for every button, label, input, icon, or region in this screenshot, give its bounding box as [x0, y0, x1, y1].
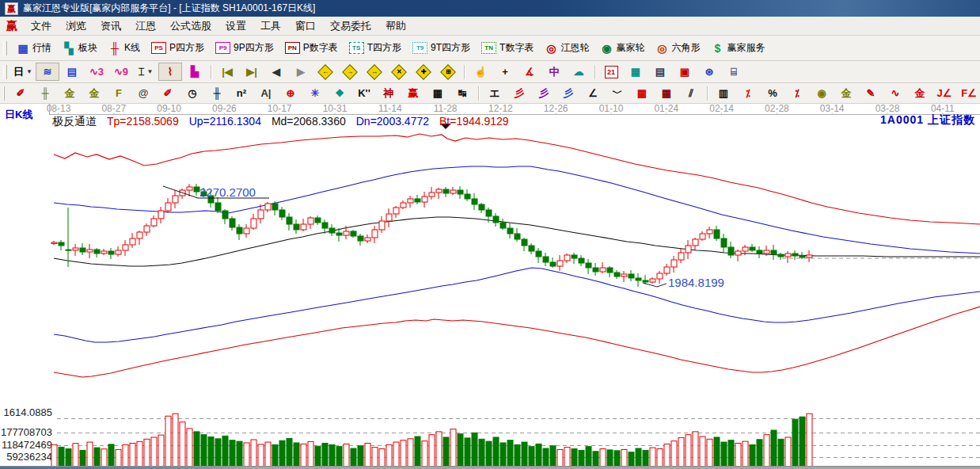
- tool-quotes-button[interactable]: ▦行情: [12, 39, 56, 57]
- toolbar-grip-2[interactable]: [3, 65, 7, 79]
- gold-price-1-button[interactable]: 金: [58, 84, 82, 102]
- toolbar-grip[interactable]: [3, 41, 7, 55]
- menu-item-0[interactable]: 文件: [24, 17, 59, 35]
- candle-style-button[interactable]: ⌶▼: [134, 63, 158, 81]
- indicator-name[interactable]: 极反通道: [52, 115, 97, 129]
- save-button[interactable]: ▣: [673, 63, 697, 81]
- win-grid-button[interactable]: 赢: [401, 84, 425, 102]
- menu-item-1[interactable]: 浏览: [59, 17, 93, 35]
- title-bar[interactable]: 赢 赢家江恩专业版[赢家内部服务平台] - [上证指数 SH1A0001-167…: [0, 0, 980, 17]
- compass-red-button[interactable]: ✐: [156, 84, 180, 102]
- wave-3-button[interactable]: ∿3: [85, 63, 108, 81]
- first-page-button[interactable]: |◀: [215, 63, 239, 81]
- f-angle-button[interactable]: F∠: [957, 84, 980, 102]
- expand-button[interactable]: ✚: [412, 63, 435, 81]
- tool-winner-wheel-button[interactable]: ◉赢家轮: [595, 39, 649, 57]
- fit-all-button[interactable]: ⊞: [436, 63, 460, 81]
- percent-line-button[interactable]: ⁒: [736, 84, 760, 102]
- gold-levels-button[interactable]: 金: [834, 84, 858, 102]
- tool-kline-button[interactable]: ╫K线: [104, 39, 145, 57]
- pen-tool-button[interactable]: ✎: [859, 84, 883, 102]
- menu-item-4[interactable]: 公式选股: [163, 17, 218, 35]
- shen-grid-button[interactable]: 神: [377, 84, 401, 102]
- toolbar-grip-3[interactable]: [3, 86, 5, 101]
- menu-item-7[interactable]: 窗口: [288, 17, 323, 35]
- j-angle-button[interactable]: J∠: [933, 84, 956, 102]
- zigzag-v-button[interactable]: ﹀: [606, 84, 629, 102]
- crosshair-tool-button[interactable]: +: [493, 63, 517, 81]
- candle-body: [422, 196, 427, 202]
- period-day-button[interactable]: 日▼: [11, 63, 35, 81]
- wave-tool-button[interactable]: ∿: [883, 84, 907, 102]
- wave-tool-icon: ∿: [891, 87, 900, 99]
- k-marks-button[interactable]: K'': [352, 84, 376, 102]
- zigzag-stamp-button[interactable]: ⌇: [158, 63, 182, 81]
- menu-item-5[interactable]: 设置: [218, 17, 253, 35]
- tool-winner-service-button[interactable]: $赢家服务: [706, 39, 769, 57]
- menu-item-2[interactable]: 资讯: [93, 17, 128, 35]
- spiral-button[interactable]: @: [131, 84, 155, 102]
- next-bar-button[interactable]: ▶: [289, 63, 313, 81]
- wave-9-button[interactable]: ∿9: [109, 63, 133, 81]
- compress-button[interactable]: ✕: [387, 63, 411, 81]
- notes-button[interactable]: ▤: [648, 63, 672, 81]
- tool-9p-square-button[interactable]: P99P四方形: [211, 39, 279, 57]
- parallel-lines-button[interactable]: ⫽: [679, 84, 703, 102]
- gann-grid-button[interactable]: 彡: [556, 84, 580, 102]
- chart-canvas[interactable]: 08-1308-2709-1009-2610-1710-3111-1411-28…: [0, 104, 980, 469]
- gold-price-2-button[interactable]: 金: [82, 84, 106, 102]
- hand-tool-button[interactable]: ☝: [469, 63, 492, 81]
- span-arrows-button[interactable]: ↹: [450, 84, 474, 102]
- percent-button[interactable]: %: [761, 84, 784, 102]
- cloud-tool-button[interactable]: ☁: [567, 63, 591, 81]
- menu-item-6[interactable]: 工具: [253, 17, 288, 35]
- price-ruler-button[interactable]: ▥: [712, 84, 735, 102]
- tool-t-square-button[interactable]: TST四方形: [344, 39, 406, 57]
- pan-right-button[interactable]: →: [338, 63, 362, 81]
- compass-tool-button[interactable]: ✐: [9, 84, 32, 102]
- gann-box-button[interactable]: 彡: [532, 84, 556, 102]
- percent-levels-button[interactable]: ⁒: [785, 84, 809, 102]
- tool-9t-square-button[interactable]: T99T四方形: [408, 39, 475, 57]
- pan-left-button[interactable]: ←: [313, 63, 337, 81]
- angle-line-button[interactable]: ∠: [581, 84, 605, 102]
- golden-section-button[interactable]: ╫: [33, 84, 57, 102]
- tool-p-number-table-button[interactable]: PNP数字表: [280, 39, 343, 57]
- save-web-button[interactable]: ⊛: [697, 63, 721, 81]
- gold-red-button[interactable]: 金: [908, 84, 932, 102]
- calculator-button[interactable]: ▦: [624, 63, 648, 81]
- circle-cross-button[interactable]: ⊕: [279, 84, 302, 102]
- workstation-button[interactable]: ⌸: [722, 63, 746, 81]
- tool-sectors-button[interactable]: ▚板块: [58, 39, 102, 57]
- menu-item-8[interactable]: 交易委托: [323, 17, 378, 35]
- red-grid-1-button[interactable]: ▦: [630, 84, 654, 102]
- menu-item-3[interactable]: 江恩: [128, 17, 163, 35]
- info-panel-button[interactable]: ▤: [60, 63, 84, 81]
- volume-bar: [664, 444, 670, 467]
- tool-p-square-button[interactable]: PSP四方形: [146, 39, 209, 57]
- fib-f-button[interactable]: F: [107, 84, 131, 102]
- tool-t-number-table-button[interactable]: TNT数字表: [477, 39, 538, 57]
- menu-item-9[interactable]: 帮助: [378, 17, 413, 35]
- wave-view-button[interactable]: ≋: [36, 63, 59, 81]
- angle-measure-button[interactable]: ∡: [518, 63, 541, 81]
- tool-hexagon-button[interactable]: ◎六角形: [651, 39, 705, 57]
- n-square-button[interactable]: n²: [230, 84, 253, 102]
- a-line-button[interactable]: A|: [254, 84, 278, 102]
- gann-mark-button[interactable]: 中: [542, 63, 566, 81]
- prev-bar-button[interactable]: ◀: [264, 63, 288, 81]
- red-grid-2-button[interactable]: ▦: [655, 84, 678, 102]
- last-page-button[interactable]: ▶|: [240, 63, 264, 81]
- tool-gann-wheel-button[interactable]: ◎江恩轮: [540, 39, 594, 57]
- gong-tool-button[interactable]: エ: [483, 84, 507, 102]
- time-ruler-button[interactable]: ╫: [205, 84, 229, 102]
- time-cycle-button[interactable]: ◷: [180, 84, 204, 102]
- grid-123-button[interactable]: ▦: [426, 84, 450, 102]
- volume-profile-button[interactable]: ▙: [183, 63, 207, 81]
- gold-circle-button[interactable]: ◉: [810, 84, 834, 102]
- star-blue-button[interactable]: ✳: [303, 84, 327, 102]
- star-box-button[interactable]: ❖: [328, 84, 351, 102]
- calendar-button[interactable]: 21: [599, 63, 623, 81]
- zoom-horizontal-button[interactable]: ↔: [363, 63, 386, 81]
- gann-fan-button[interactable]: 彡: [507, 84, 531, 102]
